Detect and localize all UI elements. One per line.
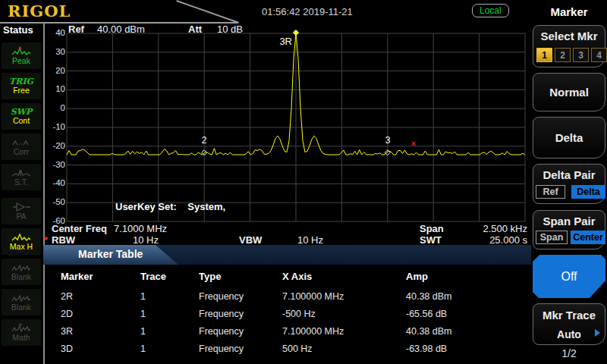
select-mkr-option-3[interactable]: 3	[573, 48, 589, 62]
system-message: UserKey Set: System,	[115, 201, 225, 212]
status-indicator-pa: PA	[2, 198, 41, 224]
status-label: Blank	[11, 273, 31, 281]
table-cell: 40.38 dBm	[406, 291, 451, 302]
menu-page-indicator: 1/2	[531, 347, 607, 359]
column-header-marker: Marker	[61, 271, 93, 282]
center-freq-value: 7.1000 MHz	[114, 223, 167, 234]
status-label: S.T.	[14, 178, 28, 187]
vbw-label: VBW	[239, 234, 262, 246]
status-label: Free	[13, 86, 30, 95]
mkr-trace-value: Auto	[533, 328, 605, 340]
waveform-math-icon	[11, 323, 31, 334]
local-badge: Local	[472, 4, 509, 17]
rbw-uncal-flag: *	[44, 234, 48, 246]
swt-label: SWT	[420, 234, 442, 246]
table-cell: 2D	[61, 309, 73, 319]
waveform-st-icon	[11, 168, 31, 178]
table-cell: 1	[140, 291, 146, 302]
rbw-label: RBW	[52, 234, 75, 246]
clock: 01:56:42 2019-11-21	[262, 6, 353, 17]
status-indicator-corr: Corr	[2, 133, 41, 160]
table-cell: 7.100000 MHz	[282, 326, 344, 337]
normal-button[interactable]: Normal	[533, 73, 605, 111]
y-tick--10: -10	[44, 122, 65, 131]
vbw-value: 10 Hz	[297, 234, 323, 246]
table-cell: 1	[140, 344, 146, 354]
column-header-type: Type	[199, 271, 221, 282]
table-cell: -63.98 dB	[406, 344, 447, 354]
status-indicator-peak: Peak	[2, 42, 41, 69]
status-label: Peak	[12, 57, 30, 65]
off-button[interactable]: Off	[533, 255, 605, 298]
select-mkr-option-4[interactable]: 4	[591, 48, 607, 62]
status-label: Cont	[13, 117, 30, 125]
status-indicator-trig: TRIGFree	[2, 73, 41, 99]
y-tick-30: 30	[44, 47, 65, 56]
y-tick--40: -40	[44, 178, 65, 187]
span-pair-span-toggle[interactable]: Span	[536, 231, 568, 244]
y-tick-0: 0	[44, 103, 65, 112]
delta-pair-label: Delta Pair	[533, 168, 605, 181]
table-cell: 3D	[61, 344, 73, 354]
y-tick--20: -20	[44, 141, 65, 150]
swt-value: 25.000 s	[455, 234, 527, 246]
span-pair-label: Span Pair	[533, 215, 605, 228]
delta-pair-ref-toggle[interactable]: Ref	[536, 185, 565, 199]
rigol-logo: RIGOL	[8, 2, 71, 20]
waveform-corr-icon	[11, 137, 31, 148]
menu-title: Marker	[531, 5, 607, 18]
y-tick--50: -50	[44, 197, 65, 206]
table-cell: 1	[140, 326, 146, 337]
span-pair-center-toggle[interactable]: Center	[571, 231, 605, 244]
table-cell: -500 Hz	[282, 309, 316, 319]
select-mkr-label: Select Mkr	[533, 30, 605, 42]
status-indicator-blank2: Blank	[2, 289, 41, 315]
off-label: Off	[561, 270, 577, 284]
status-indicator-maxh: Max H	[2, 228, 41, 255]
select-mkr-option-2[interactable]: 2	[555, 48, 571, 62]
table-cell: 7.100000 MHz	[282, 291, 344, 302]
y-tick-10: 10	[44, 84, 65, 93]
amplifier-icon	[11, 202, 31, 212]
mkr-trace-button[interactable]: Mkr Trace Auto	[533, 303, 605, 345]
marker-3r-label: 3R	[279, 36, 292, 47]
topbar-diagonal	[176, 0, 239, 24]
marker-2-label: 2	[202, 135, 207, 146]
marker-3-label: 3	[385, 135, 391, 146]
delta-label: Delta	[533, 131, 605, 144]
waveform-icon	[11, 293, 31, 303]
table-cell: -65.56 dB	[406, 309, 447, 319]
table-cell: 40.38 dBm	[406, 326, 451, 337]
center-freq-label: Center Freq	[52, 223, 107, 234]
status-indicator-st: S.T.	[2, 164, 41, 190]
waveform-max-icon	[11, 232, 31, 243]
waveform-icon	[11, 262, 31, 273]
column-header-x-axis: X Axis	[282, 271, 312, 282]
column-header-trace: Trace	[140, 271, 166, 282]
table-cell: 1	[140, 309, 146, 319]
y-tick-40: 40	[44, 28, 65, 37]
status-indicator-blank1: Blank	[2, 259, 41, 285]
table-cell: 3R	[61, 326, 73, 337]
spectrum-plot: 233R×	[67, 27, 525, 224]
normal-label: Normal	[533, 86, 605, 99]
mkr-trace-label: Mkr Trace	[533, 309, 605, 322]
y-tick-20: 20	[44, 66, 65, 75]
status-panel-title: Status	[3, 24, 33, 36]
status-label: PA	[16, 212, 26, 221]
submenu-arrow-icon	[595, 329, 600, 337]
table-cell: Frequency	[199, 344, 244, 354]
delta-button[interactable]: Delta	[533, 117, 605, 158]
rbw-value: 10 Hz	[133, 234, 159, 246]
table-cell: 2R	[61, 291, 73, 302]
delta-pair-delta-toggle[interactable]: Delta	[571, 185, 605, 199]
status-label: Blank	[11, 303, 31, 312]
red-marker-icon: ×	[411, 139, 416, 148]
column-header-amp: Amp	[406, 271, 428, 282]
y-tick--30: -30	[44, 160, 65, 169]
select-mkr-option-1[interactable]: 1	[536, 48, 552, 62]
table-cell: Frequency	[199, 291, 244, 302]
status-indicator-math: Math	[2, 319, 41, 346]
span-label: Span	[420, 223, 444, 234]
waveform-peak-icon	[11, 46, 31, 57]
